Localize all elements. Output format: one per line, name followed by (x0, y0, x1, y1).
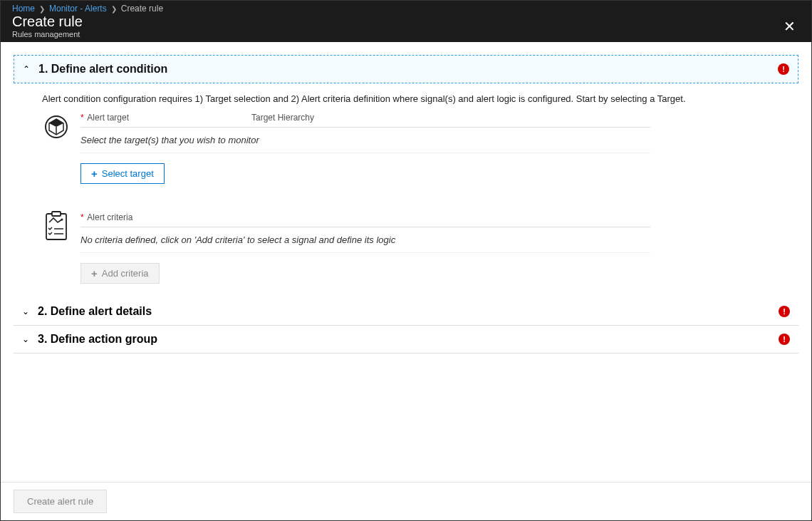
add-criteria-button: + Add criteria (80, 263, 160, 284)
error-icon: ! (779, 334, 790, 345)
page-subtitle: Rules management (12, 30, 83, 38)
alert-criteria-label: Alert criteria (87, 212, 132, 222)
breadcrumb-current: Create rule (121, 4, 163, 14)
alert-target-label: Alert target (87, 113, 129, 123)
breadcrumb: Home ❯ Monitor - Alerts ❯ Create rule (12, 1, 800, 14)
section-define-alert-condition: ⌃ 1. Define alert condition ! (14, 55, 798, 83)
chevron-right-icon: ❯ (39, 5, 45, 13)
criteria-icon (42, 212, 71, 241)
close-button[interactable]: ✕ (779, 14, 800, 39)
section-define-action-group: ⌄ 3. Define action group ! (14, 326, 798, 354)
section-define-alert-details: ⌄ 2. Define alert details ! (14, 298, 798, 326)
section1-title: 1. Define alert condition (38, 63, 778, 76)
svg-rect-5 (52, 212, 61, 216)
chevron-up-icon: ⌃ (23, 64, 33, 74)
plus-icon: + (91, 268, 98, 279)
section3-title: 3. Define action group (38, 333, 779, 346)
select-target-button[interactable]: + Select target (80, 163, 165, 184)
chevron-right-icon: ❯ (111, 5, 117, 13)
alert-criteria-row: * Alert criteria No criteria defined, cl… (42, 212, 784, 284)
content-area: ⌃ 1. Define alert condition ! Alert cond… (1, 42, 811, 483)
topbar: Home ❯ Monitor - Alerts ❯ Create rule Cr… (1, 1, 811, 42)
breadcrumb-home[interactable]: Home (12, 4, 35, 14)
section1-description: Alert condition configuration requires 1… (42, 93, 784, 104)
svg-marker-2 (49, 119, 63, 127)
svg-rect-4 (46, 214, 66, 239)
section1-header[interactable]: ⌃ 1. Define alert condition ! (14, 56, 798, 83)
error-icon: ! (779, 306, 790, 317)
section2-header[interactable]: ⌄ 2. Define alert details ! (14, 298, 798, 325)
svg-point-6 (61, 219, 63, 221)
chevron-down-icon: ⌄ (22, 306, 32, 316)
section1-body: Alert condition configuration requires 1… (14, 83, 798, 298)
section2-title: 2. Define alert details (38, 305, 779, 318)
error-icon: ! (778, 63, 789, 75)
plus-icon: + (91, 168, 98, 179)
chevron-down-icon: ⌄ (22, 334, 32, 344)
alert-target-hint: Select the target(s) that you wish to mo… (80, 128, 650, 153)
target-hierarchy-label: Target Hierarchy (251, 113, 650, 123)
breadcrumb-monitor-alerts[interactable]: Monitor - Alerts (49, 4, 107, 14)
alert-criteria-hint: No criteria defined, click on 'Add crite… (80, 227, 650, 253)
page-title: Create rule (12, 14, 83, 29)
create-alert-rule-button: Create alert rule (14, 490, 107, 513)
alert-target-row: * Alert target Target Hierarchy Select t… (42, 113, 784, 184)
add-criteria-label: Add criteria (102, 268, 149, 279)
target-icon (42, 113, 71, 141)
section3-header[interactable]: ⌄ 3. Define action group ! (14, 326, 798, 353)
footer: Create alert rule (1, 482, 811, 520)
select-target-label: Select target (102, 168, 154, 179)
close-icon: ✕ (784, 19, 796, 34)
